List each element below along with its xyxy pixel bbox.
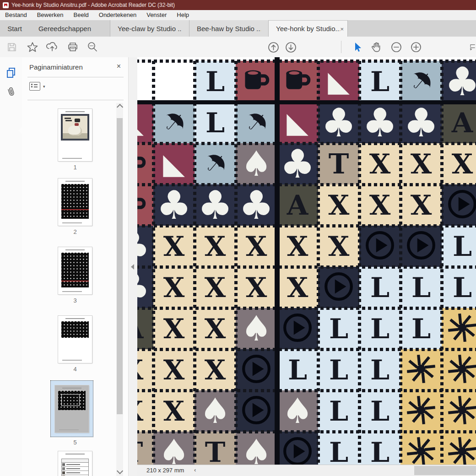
letter-X-symbol: X [205, 308, 226, 349]
thumbnail-number: 1 [73, 164, 76, 171]
club-icon: ♣ [238, 184, 274, 226]
menu-bestand[interactable]: Bestand [0, 10, 32, 20]
club-icon: ♣ [137, 226, 151, 267]
tab-gereedschappen[interactable]: Gereedschappen [29, 20, 100, 37]
tab-document-yee-claw[interactable]: Yee-claw by Studio ... [110, 20, 189, 37]
dotted-gridline [399, 61, 402, 465]
dotted-gridline [137, 60, 476, 63]
letter-L-symbol: L [370, 308, 389, 349]
thumbnails-scrollbar[interactable] [116, 103, 123, 476]
pattern-cell: L [442, 267, 476, 308]
pattern-cell: L [400, 308, 442, 349]
zoom-in-button[interactable] [410, 41, 422, 54]
thumbnail-page-2[interactable]: 2 [22, 178, 128, 235]
pattern-cell [400, 432, 442, 465]
page-display-button[interactable] [469, 41, 476, 54]
favorites-button[interactable] [26, 41, 39, 54]
pattern-cell: ♣ [277, 143, 318, 184]
magnifier-dots-icon [86, 41, 99, 54]
triangle-icon: ◣ [137, 102, 144, 143]
print-button[interactable] [66, 41, 79, 54]
mug-icon [137, 192, 146, 218]
close-icon[interactable]: × [117, 62, 121, 70]
menu-bewerken[interactable]: Bewerken [32, 10, 69, 20]
collapse-pane-icon[interactable] [131, 264, 134, 270]
menu-help[interactable]: Help [172, 10, 194, 20]
menu-beeld[interactable]: Beeld [69, 10, 94, 20]
pattern-cell: ◣ [277, 102, 318, 143]
spade-icon: ♠ [158, 432, 189, 465]
dotted-gridline [193, 61, 196, 465]
share-button[interactable] [46, 41, 59, 54]
pattern-cell: L [318, 390, 359, 432]
pattern-cell: T [137, 432, 153, 465]
spade-icon: ♠ [241, 143, 272, 184]
next-page-button[interactable] [284, 41, 297, 54]
thumbnail-page-4[interactable]: 4 [22, 316, 128, 373]
pattern-cell: L [277, 349, 318, 390]
scroll-left-icon[interactable]: ‹ [194, 466, 196, 473]
pattern-cell: L [359, 432, 400, 465]
thumbnail-options-button[interactable]: ▾ [29, 82, 45, 91]
letter-X-symbol: X [369, 184, 391, 226]
pane-splitter[interactable] [128, 57, 138, 476]
letter-L-symbol: L [411, 267, 431, 308]
menu-venster[interactable]: Venster [141, 10, 172, 20]
menu-ondertekenen[interactable]: Ondertekenen [94, 10, 141, 20]
pattern-cell: L [318, 308, 359, 349]
page-thumbnails-icon [5, 67, 17, 79]
umbrella-icon: ☂ [195, 143, 236, 184]
dotted-gridline [137, 142, 476, 145]
previous-page-button[interactable] [267, 41, 280, 54]
hand-tool-button[interactable] [370, 41, 383, 54]
pattern-cell: X [277, 267, 318, 308]
thumbnail-page-3[interactable]: 3 [22, 247, 128, 304]
scrollbar-thumb[interactable] [117, 118, 123, 414]
letter-A-symbol: A [452, 102, 473, 143]
search-zoom-button[interactable] [86, 41, 99, 54]
thumbnail-number: 4 [73, 366, 76, 373]
letter-L-symbol: L [370, 61, 389, 102]
major-gridline [275, 57, 280, 465]
pdf-page-view: L◣L☂♣◣☂L☂◣♣♣♣A◣☂♠♣TXXX♣♣♣AXXX♣XXXXXL♣XXX… [137, 57, 476, 465]
umbrella-icon: ☂ [153, 102, 195, 143]
table-row [62, 467, 88, 471]
thumb-title-line [62, 388, 81, 389]
pattern-cell [400, 226, 442, 267]
current-view-indicator [62, 395, 79, 406]
horizontal-scrollbar-thumb[interactable] [414, 466, 476, 475]
page-thumbnails-panel-button[interactable] [5, 66, 17, 79]
thumbnail-page-1[interactable]: 1 [22, 109, 128, 171]
save-button[interactable] [5, 41, 18, 54]
tab-start[interactable]: Start [0, 20, 29, 37]
toolbar-separator [341, 41, 341, 53]
spade-icon: ♠ [241, 432, 272, 465]
select-tool-button[interactable] [351, 41, 363, 54]
scroll-down-icon[interactable] [117, 468, 123, 474]
tab-close-icon[interactable]: × [340, 26, 344, 32]
tab-document-bee-haw[interactable]: Bee-haw by Studio ... [189, 20, 268, 37]
pattern-cell: L [400, 267, 442, 308]
thumbnail-page-6[interactable]: 6 [22, 451, 128, 476]
letter-L-symbol: L [206, 61, 225, 102]
attachments-panel-button[interactable] [5, 86, 17, 98]
spade-icon: ♠ [282, 390, 313, 432]
pattern-cell: ☂ [153, 102, 195, 143]
menu-bar: Bestand Bewerken Beeld Ondertekenen Vens… [0, 10, 476, 20]
thumb-footer-line [59, 429, 79, 430]
letter-X-symbol: X [137, 349, 143, 390]
zoom-out-button[interactable] [390, 41, 403, 54]
pattern-cell [153, 61, 195, 102]
scroll-up-icon[interactable] [117, 104, 123, 110]
tab-document-yee-honk-active[interactable]: Yee-honk by Studio... × [268, 20, 348, 37]
play-circle-icon [447, 189, 476, 221]
dotted-gridline [137, 265, 476, 269]
goose-body [68, 125, 82, 135]
thumbnail-page-5-selected[interactable]: 5 [22, 380, 128, 446]
pattern-cell: X [359, 143, 400, 184]
color-key-table-preview [61, 459, 89, 476]
pattern-cell: X [195, 226, 236, 267]
mug-icon [284, 69, 311, 94]
cursor-arrow-icon [352, 42, 362, 53]
pattern-cell: ♣ [195, 184, 236, 226]
